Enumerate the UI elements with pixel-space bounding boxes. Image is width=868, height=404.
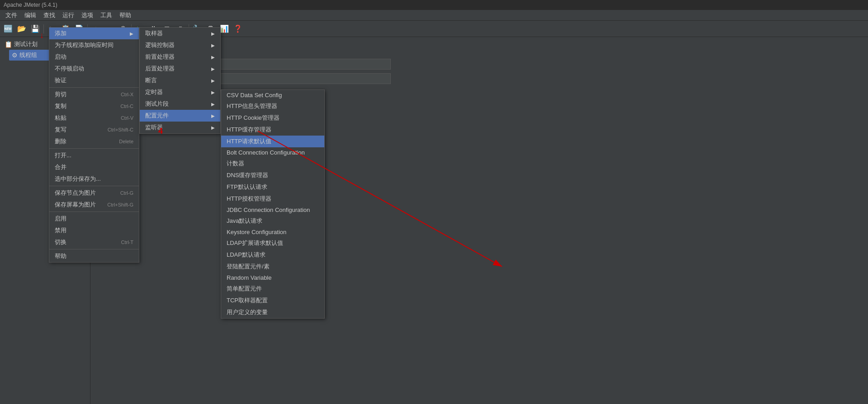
ctx3-ftp-default[interactable]: FTP默认认请求 — [221, 181, 324, 193]
ctx3-ldap-ext[interactable]: LDAP扩展请求默认值 — [221, 237, 324, 249]
ctx1-enable[interactable]: 启用 — [49, 213, 139, 225]
ctx2-pre-proc[interactable]: 前置处理器▶ — [140, 51, 220, 63]
context-menu-2[interactable]: 取样器▶ 逻辑控制器▶ 前置处理器▶ 后置处理器▶ 断言▶ 定时器▶ 测试片段▶… — [139, 27, 221, 134]
menu-bar: 文件 编辑 查找 运行 选项 工具 帮助 — [0, 10, 868, 21]
ctx1-add-arrow: ▶ — [130, 31, 133, 36]
toolbar-open[interactable]: 📂 — [15, 23, 28, 35]
ctx1-merge[interactable]: 合并 — [49, 161, 139, 173]
ctx3-java-default[interactable]: Java默认请求 — [221, 215, 324, 227]
ctx1-sep4 — [49, 211, 139, 212]
ctx2-test-fragment[interactable]: 测试片段▶ — [140, 98, 220, 110]
ctx3-http-cookie[interactable]: HTTP Cookie管理器 — [221, 112, 324, 124]
ctx1-save-selected[interactable]: 选中部分保存为... — [49, 173, 139, 185]
ctx1-help[interactable]: 帮助 — [49, 250, 139, 262]
ctx3-csv[interactable]: CSV Data Set Config — [221, 90, 324, 100]
title-bar: Apache JMeter (5.4.1) — [0, 0, 868, 10]
ctx2-sampler[interactable]: 取样器▶ — [140, 28, 220, 39]
menu-tools[interactable]: 工具 — [97, 10, 116, 20]
menu-file[interactable]: 文件 — [2, 10, 21, 20]
ctx3-tcp-sampler[interactable]: TCP取样器配置 — [221, 295, 324, 306]
title-text: Apache JMeter (5.4.1) — [4, 2, 57, 8]
ctx2-post-proc[interactable]: 后置处理器▶ — [140, 63, 220, 75]
ctx1-open[interactable]: 打开... — [49, 150, 139, 161]
ctx1-sep1 — [49, 87, 139, 88]
ctx3-login-config[interactable]: 登陆配置元件/素 — [221, 261, 324, 272]
testplan-label: 测试计划 — [14, 40, 38, 48]
threadgroup-icon: ⚙ — [12, 52, 18, 59]
ctx1-toggle[interactable]: 切换Ctrl-T — [49, 236, 139, 248]
menu-edit[interactable]: 编辑 — [21, 10, 40, 20]
ctx3-jdbc-connection[interactable]: JDBC Connection Configuration — [221, 205, 324, 215]
ctx3-user-defined[interactable]: 用户定义的变量 — [221, 306, 324, 318]
menu-find[interactable]: 查找 — [40, 10, 59, 20]
ctx1-add-response-time[interactable]: 为子线程添加响应时间 — [49, 39, 139, 51]
ctx1-start[interactable]: 启动 — [49, 51, 139, 63]
ctx3-keystore[interactable]: Keystore Configuration — [221, 227, 324, 237]
ctx3-http-default[interactable]: HTTP请求默认值 — [221, 136, 324, 147]
ctx1-sep2 — [49, 148, 139, 149]
ctx1-start-no-pause[interactable]: 不停顿启动 — [49, 63, 139, 75]
menu-run[interactable]: 运行 — [59, 10, 78, 20]
ctx1-duplicate[interactable]: 复写Ctrl+Shift-C — [49, 124, 139, 136]
ctx3-bolt-connection[interactable]: Bolt Connection Configuration — [221, 147, 324, 158]
ctx2-listener[interactable]: 监听器▶ — [140, 122, 220, 133]
ctx3-counter[interactable]: 计数器 — [221, 158, 324, 169]
ctx2-config-element[interactable]: 配置元件▶ — [140, 110, 220, 122]
toolbar-help[interactable]: ❓ — [232, 23, 244, 35]
context-menu-3[interactable]: CSV Data Set Config HTTP信息头管理器 HTTP Cook… — [221, 89, 325, 319]
toolbar-sep-1 — [43, 24, 44, 33]
context-menu-1[interactable]: 添加 ▶ 为子线程添加响应时间 启动 不停顿启动 验证 剪切Ctrl-X 复制C… — [49, 27, 139, 263]
ctx3-simple-config[interactable]: 简单配置元件 — [221, 283, 324, 295]
ctx1-delete[interactable]: 删除Delete — [49, 136, 139, 147]
ctx1-add[interactable]: 添加 ▶ — [49, 28, 139, 39]
menu-options[interactable]: 选项 — [78, 10, 97, 20]
ctx1-paste[interactable]: 粘贴Ctrl-V — [49, 112, 139, 124]
ctx1-validate[interactable]: 验证 — [49, 75, 139, 86]
ctx2-logic-ctrl[interactable]: 逻辑控制器▶ — [140, 39, 220, 51]
ctx3-http-cache[interactable]: HTTP缓存管理器 — [221, 124, 324, 136]
testplan-icon: 📋 — [5, 41, 12, 48]
threadgroup-label: 线程组 — [19, 51, 37, 59]
ctx3-ldap-default[interactable]: LDAP默认请求 — [221, 249, 324, 261]
ctx1-cut[interactable]: 剪切Ctrl-X — [49, 89, 139, 100]
ctx1-save-node-img[interactable]: 保存节点为图片Ctrl-G — [49, 187, 139, 199]
ctx1-sep3 — [49, 186, 139, 186]
toolbar-new[interactable]: 🆕 — [2, 23, 14, 35]
ctx3-http-auth[interactable]: HTTP授权管理器 — [221, 193, 324, 205]
menu-help[interactable]: 帮助 — [116, 10, 135, 20]
ctx3-dns-cache[interactable]: DNS缓存管理器 — [221, 169, 324, 181]
ctx3-random-variable[interactable]: Random Variable — [221, 272, 324, 283]
ctx1-disable[interactable]: 禁用 — [49, 225, 139, 236]
ctx1-save-screen-img[interactable]: 保存屏幕为图片Ctrl+Shift-G — [49, 199, 139, 211]
ctx1-copy[interactable]: 复制Ctrl-C — [49, 100, 139, 112]
ctx2-timer[interactable]: 定时器▶ — [140, 86, 220, 98]
ctx2-assert[interactable]: 断言▶ — [140, 75, 220, 86]
ctx1-sep5 — [49, 249, 139, 249]
ctx3-http-header[interactable]: HTTP信息头管理器 — [221, 100, 324, 112]
toolbar-save[interactable]: 💾 — [29, 23, 42, 35]
